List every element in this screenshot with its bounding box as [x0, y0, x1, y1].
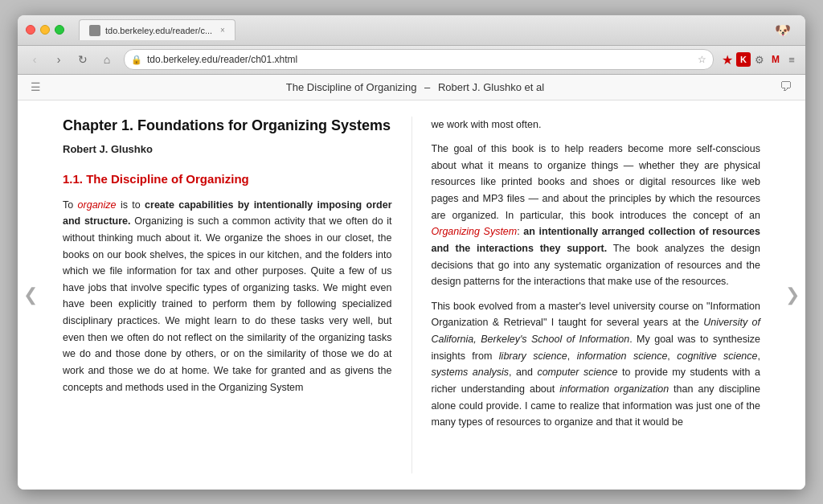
- university-italic: University of California, Berkeley's Sch…: [432, 317, 761, 345]
- toolbar-right-icons: ★ K ⚙ M ≡: [720, 52, 799, 67]
- title-bar-icons: 🐶: [775, 23, 797, 38]
- menu-icon[interactable]: ≡: [784, 52, 799, 67]
- bookmark-star-icon[interactable]: ★: [720, 52, 735, 67]
- header-title: The Discipline of Organizing – Robert J.…: [51, 81, 780, 93]
- extension-icon[interactable]: K: [736, 52, 751, 67]
- refresh-button[interactable]: ↻: [72, 49, 93, 70]
- tab-label: tdo.berkeley.edu/reader/c...: [105, 26, 212, 35]
- cog-science-italic: cognitive science: [677, 350, 757, 362]
- right-para-2: This book evolved from a master's level …: [432, 298, 761, 431]
- right-para-0: we work with most often.: [432, 117, 761, 133]
- section-title: 1.1. The Discipline of Organizing: [63, 170, 392, 189]
- address-bar-actions: ☆: [698, 54, 706, 65]
- title-bar: tdo.berkeley.edu/reader/c... × 🐶: [18, 15, 805, 46]
- avatar-icon: 🐶: [775, 23, 791, 38]
- chapter-title: Chapter 1. Foundations for Organizing Sy…: [63, 117, 392, 135]
- traffic-lights: [26, 25, 64, 35]
- minimize-button[interactable]: [40, 25, 50, 35]
- dash: –: [424, 81, 430, 93]
- tab-area: tdo.berkeley.edu/reader/c... ×: [71, 19, 768, 40]
- two-col-layout: Chapter 1. Foundations for Organizing Sy…: [43, 100, 780, 490]
- back-button[interactable]: ‹: [24, 49, 45, 70]
- sys-analysis-italic: systems analysis: [432, 367, 510, 378]
- gmail-icon[interactable]: M: [768, 52, 783, 67]
- address-input[interactable]: [147, 54, 693, 65]
- home-button[interactable]: ⌂: [96, 49, 117, 70]
- next-page-icon: ❯: [785, 285, 800, 305]
- maximize-button[interactable]: [55, 25, 64, 35]
- next-page-button[interactable]: ❯: [780, 100, 805, 490]
- right-col-body: we work with most often. The goal of thi…: [432, 117, 761, 431]
- chapter-author: Robert J. Glushko: [63, 141, 392, 158]
- settings-icon[interactable]: ⚙: [752, 52, 767, 67]
- book-title: The Discipline of Organizing: [286, 81, 417, 93]
- lock-icon: 🔒: [131, 55, 142, 65]
- browser-window: tdo.berkeley.edu/reader/c... × 🐶 ‹ › ↻ ⌂…: [18, 15, 805, 490]
- book-author: Robert J. Glushko et al: [438, 81, 544, 93]
- tab-favicon: [89, 25, 100, 36]
- active-tab[interactable]: tdo.berkeley.edu/reader/c... ×: [79, 19, 235, 40]
- main-content: ❮ Chapter 1. Foundations for Organizing …: [18, 100, 805, 490]
- info-org-italic: information organization: [559, 383, 669, 395]
- left-column: Chapter 1. Foundations for Organizing Sy…: [43, 117, 412, 473]
- content-header: ☰ The Discipline of Organizing – Robert …: [18, 75, 805, 100]
- organizing-system-link: Organizing System: [432, 226, 518, 237]
- info-science-italic: information science: [577, 350, 668, 362]
- prev-page-icon: ❮: [23, 285, 38, 305]
- bookmark-icon[interactable]: ☆: [698, 54, 706, 65]
- forward-button[interactable]: ›: [48, 49, 69, 70]
- comp-science-italic: computer science: [537, 367, 617, 378]
- close-button[interactable]: [26, 25, 35, 35]
- annotation-icon[interactable]: 🗩: [780, 80, 792, 94]
- prev-page-button[interactable]: ❮: [18, 100, 43, 490]
- toolbar: ‹ › ↻ ⌂ 🔒 ☆ ★ K ⚙ M ≡: [18, 46, 805, 75]
- organize-italic: organize: [78, 199, 117, 211]
- right-column: we work with most often. The goal of thi…: [412, 117, 780, 473]
- hamburger-icon[interactable]: ☰: [31, 80, 41, 93]
- lib-science-italic: library science: [499, 350, 567, 362]
- left-col-body: To organize is to create capabilities by…: [63, 197, 392, 396]
- tab-close-icon[interactable]: ×: [220, 26, 225, 35]
- left-para-1: To organize is to create capabilities by…: [63, 197, 392, 396]
- right-para-1: The goal of this book is to help readers…: [432, 141, 761, 290]
- address-bar-container: 🔒 ☆: [124, 49, 714, 70]
